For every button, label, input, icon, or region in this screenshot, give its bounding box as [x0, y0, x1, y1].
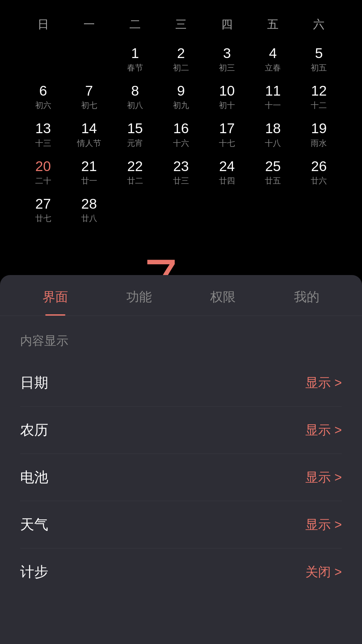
calendar-lunar-label: 二十: [35, 175, 51, 186]
calendar-cell[interactable]: 8初八: [112, 80, 158, 114]
calendar-lunar-label: 雨水: [311, 138, 327, 149]
calendar-day-number: 10: [219, 83, 235, 99]
calendar-day-number: 16: [173, 121, 189, 136]
calendar-day-name: 五: [250, 13, 296, 36]
calendar-day-number: 8: [131, 83, 139, 99]
calendar-cell: [204, 193, 250, 227]
menu-item-label: 电池: [20, 468, 48, 487]
calendar-cell[interactable]: 16十六: [158, 117, 204, 152]
calendar-cell[interactable]: 3初三: [204, 42, 250, 76]
calendar-day-number: 24: [219, 159, 235, 174]
calendar-cell[interactable]: 19雨水: [296, 117, 342, 152]
calendar-cell[interactable]: 12十二: [296, 80, 342, 114]
calendar-lunar-label: 初五: [311, 62, 327, 73]
calendar-day-number: 13: [35, 121, 51, 136]
calendar-cell[interactable]: 14情人节: [66, 117, 112, 152]
calendar-day-number: 11: [265, 83, 281, 99]
tabs-bar: 界面功能权限我的: [0, 275, 362, 316]
calendar-day-number: 3: [223, 46, 231, 61]
calendar-cell: [296, 193, 342, 227]
calendar-day-number: 19: [311, 121, 327, 136]
menu-item[interactable]: 农历显示 >: [20, 407, 342, 454]
calendar-cell[interactable]: 6初六: [20, 80, 66, 114]
calendar-lunar-label: 立春: [265, 62, 281, 73]
calendar-lunar-label: 十六: [173, 138, 189, 149]
calendar-lunar-label: 初七: [81, 100, 97, 111]
menu-item-label: 天气: [20, 515, 48, 534]
calendar-lunar-label: 廿八: [81, 213, 97, 224]
calendar-cell[interactable]: 24廿四: [204, 155, 250, 190]
calendar-cell[interactable]: 1春节: [112, 42, 158, 76]
menu-item-value: 显示 >: [305, 469, 342, 486]
calendar-cell[interactable]: 26廿六: [296, 155, 342, 190]
menu-item[interactable]: 电池显示 >: [20, 454, 342, 501]
content-area: 内容显示 日期显示 >农历显示 >电池显示 >天气显示 >计步关闭 >: [0, 316, 362, 595]
calendar-lunar-label: 廿一: [81, 175, 97, 186]
calendar-lunar-label: 十八: [265, 138, 281, 149]
calendar-day-number: 14: [81, 121, 97, 136]
calendar-day-name: 六: [296, 13, 342, 36]
tab-功能[interactable]: 功能: [97, 275, 181, 316]
menu-item-label: 农历: [20, 421, 48, 439]
tab-权限[interactable]: 权限: [181, 275, 265, 316]
calendar-day-number: 27: [35, 196, 51, 212]
calendar-lunar-label: 廿三: [173, 175, 189, 186]
calendar-cell: [158, 193, 204, 227]
calendar-cell[interactable]: 11十一: [250, 80, 296, 114]
menu-item-label: 日期: [20, 373, 48, 392]
calendar-day-number: 12: [311, 83, 327, 99]
calendar-day-name: 四: [204, 13, 250, 36]
calendar-lunar-label: 初三: [219, 62, 235, 73]
menu-item-value: 显示 >: [305, 374, 342, 391]
calendar-cell[interactable]: 7初七: [66, 80, 112, 114]
calendar-grid: 1春节2初二3初三4立春5初五6初六7初七8初八9初九10初十11十一12十二1…: [20, 42, 342, 227]
calendar-cell[interactable]: 13十三: [20, 117, 66, 152]
calendar-day-name: 二: [112, 13, 158, 36]
calendar-lunar-label: 廿二: [127, 175, 143, 186]
calendar-cell[interactable]: 9初九: [158, 80, 204, 114]
calendar-day-number: 26: [311, 159, 327, 174]
menu-item-value: 显示 >: [305, 516, 342, 533]
calendar-lunar-label: 十三: [35, 138, 51, 149]
tab-我的[interactable]: 我的: [265, 275, 349, 316]
calendar-day-number: 5: [315, 46, 323, 61]
calendar-lunar-label: 初六: [35, 100, 51, 111]
calendar-lunar-label: 廿六: [311, 175, 327, 186]
menu-item-value: 显示 >: [305, 422, 342, 439]
calendar-day-number: 6: [39, 83, 47, 99]
calendar-cell[interactable]: 15元宵: [112, 117, 158, 152]
calendar-cell[interactable]: 21廿一: [66, 155, 112, 190]
calendar-cell[interactable]: 27廿七: [20, 193, 66, 227]
menu-item[interactable]: 计步关闭 >: [20, 548, 342, 595]
calendar-day-number: 20: [35, 159, 51, 174]
bottom-panel: 界面功能权限我的 内容显示 日期显示 >农历显示 >电池显示 >天气显示 >计步…: [0, 275, 362, 644]
calendar-cell[interactable]: 17十七: [204, 117, 250, 152]
calendar-cell[interactable]: 20二十: [20, 155, 66, 190]
menu-item[interactable]: 日期显示 >: [20, 359, 342, 407]
calendar-cell[interactable]: 5初五: [296, 42, 342, 76]
calendar-cell[interactable]: 25廿五: [250, 155, 296, 190]
calendar-cell[interactable]: 2初二: [158, 42, 204, 76]
calendar-day-number: 4: [269, 46, 277, 61]
calendar-cell[interactable]: 18十八: [250, 117, 296, 152]
calendar-lunar-label: 情人节: [77, 138, 101, 149]
menu-item[interactable]: 天气显示 >: [20, 501, 342, 548]
calendar-day-number: 7: [85, 83, 93, 99]
calendar-cell: [66, 42, 112, 76]
tab-界面[interactable]: 界面: [13, 275, 97, 316]
calendar-cell[interactable]: 22廿二: [112, 155, 158, 190]
calendar-day-name: 三: [158, 13, 204, 36]
calendar-cell: [20, 42, 66, 76]
calendar-lunar-label: 十一: [265, 100, 281, 111]
calendar-lunar-label: 元宵: [127, 138, 143, 149]
calendar-cell[interactable]: 4立春: [250, 42, 296, 76]
calendar-cell[interactable]: 28廿八: [66, 193, 112, 227]
calendar-cell[interactable]: 23廿三: [158, 155, 204, 190]
calendar-lunar-label: 初八: [127, 100, 143, 111]
calendar-day-number: 28: [81, 196, 97, 212]
calendar-day-number: 1: [131, 46, 139, 61]
calendar-cell[interactable]: 10初十: [204, 80, 250, 114]
calendar-day-number: 25: [265, 159, 281, 174]
calendar-day-number: 17: [219, 121, 235, 136]
calendar-header: 日一二三四五六: [20, 13, 342, 36]
